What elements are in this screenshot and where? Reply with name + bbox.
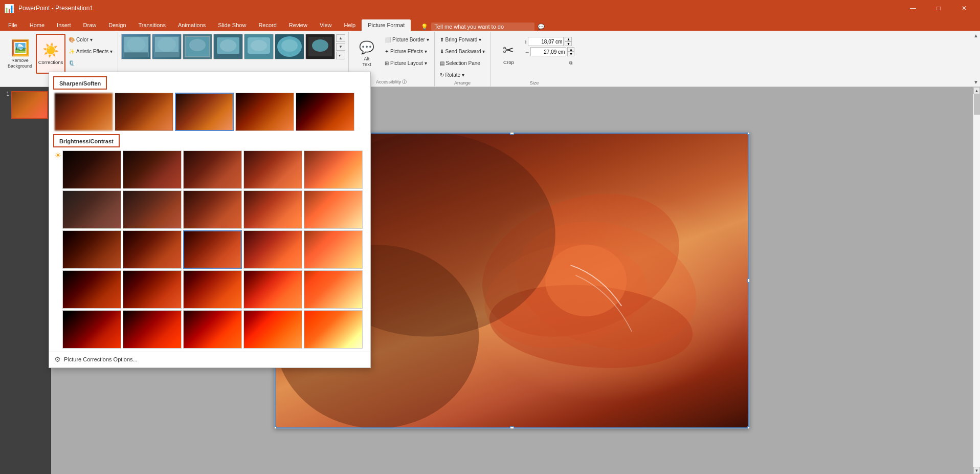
- tab-transitions[interactable]: Transitions: [132, 19, 172, 31]
- height-spin-down[interactable]: ▼: [565, 41, 572, 46]
- ribbon-expand-btn[interactable]: ▼: [973, 79, 978, 85]
- slide-number: 1: [2, 91, 9, 97]
- artistic-effects-button[interactable]: ✨ Artistic Effects ▾: [66, 46, 115, 57]
- tab-review[interactable]: Review: [283, 19, 314, 31]
- picture-border-button[interactable]: ⬜ Picture Border ▾: [383, 34, 431, 45]
- sharpen-soften-3[interactable]: [175, 93, 234, 131]
- compress-pictures-button[interactable]: 🗜️: [66, 57, 115, 69]
- minimize-button[interactable]: —: [901, 0, 925, 16]
- bc-4-1[interactable]: [62, 270, 121, 309]
- notifications-icon[interactable]: 💬: [538, 24, 545, 30]
- size-launcher[interactable]: ⧉: [524, 57, 574, 69]
- handle-bc[interactable]: [510, 426, 514, 429]
- scroll-track: [973, 94, 980, 467]
- handle-tr[interactable]: [747, 132, 750, 135]
- bc-4-2[interactable]: [123, 270, 182, 309]
- bc-3-3[interactable]: [183, 230, 242, 269]
- picture-layout-button[interactable]: ⊞ Picture Layout ▾: [383, 57, 431, 69]
- bc-2-3[interactable]: [183, 190, 242, 229]
- picture-style-2[interactable]: [152, 34, 182, 59]
- tab-record[interactable]: Record: [252, 19, 282, 31]
- bc-1-2[interactable]: [123, 150, 182, 189]
- bc-2-1[interactable]: [62, 190, 121, 229]
- remove-background-button[interactable]: 🖼️ RemoveBackground: [5, 34, 35, 74]
- selection-pane-button[interactable]: ▤ Selection Pane: [438, 57, 487, 69]
- bc-5-3[interactable]: [183, 310, 242, 349]
- tab-view[interactable]: View: [314, 19, 338, 31]
- brightness-contrast-title: Brightness/Contrast: [53, 134, 120, 147]
- picture-style-6[interactable]: [275, 34, 304, 59]
- width-spin-up[interactable]: ▲: [567, 47, 574, 52]
- bc-4-5[interactable]: [304, 270, 363, 309]
- height-input[interactable]: [528, 37, 564, 46]
- tab-animations[interactable]: Animations: [172, 19, 212, 31]
- bc-2-4[interactable]: [243, 190, 302, 229]
- height-spin-up[interactable]: ▲: [565, 37, 572, 41]
- gallery-scroll-up[interactable]: ▲: [336, 34, 345, 42]
- ribbon-collapse: ▲ ▼: [972, 31, 980, 87]
- bc-2-5[interactable]: [304, 190, 363, 229]
- bc-3-5[interactable]: [304, 230, 363, 269]
- bc-4-4[interactable]: [243, 270, 302, 309]
- ribbon-tab-bar: File Home Insert Draw Design Transitions…: [0, 16, 980, 31]
- corrections-options-link[interactable]: Picture Corrections Options...: [64, 356, 138, 362]
- corrections-button[interactable]: ☀️ Corrections: [36, 34, 65, 74]
- slide-thumbnail[interactable]: [11, 91, 48, 119]
- maximize-button[interactable]: □: [927, 0, 950, 16]
- picture-style-4[interactable]: [213, 34, 243, 59]
- ribbon-collapse-btn[interactable]: ▲: [973, 33, 978, 38]
- picture-style-5[interactable]: [244, 34, 274, 59]
- width-input[interactable]: [530, 47, 566, 56]
- bc-5-5[interactable]: [304, 310, 363, 349]
- sharpen-soften-2[interactable]: [115, 93, 173, 131]
- picture-style-1[interactable]: [121, 34, 151, 59]
- bc-2-2[interactable]: [123, 190, 182, 229]
- handle-br[interactable]: [747, 426, 750, 429]
- slide-thumbnail-container: 1: [2, 91, 49, 119]
- bc-5-1[interactable]: [62, 310, 121, 349]
- width-spin-down[interactable]: ▼: [567, 52, 574, 56]
- sharpen-soften-1[interactable]: [54, 93, 113, 131]
- rotate-button[interactable]: ↻ Rotate ▾: [438, 69, 487, 80]
- scroll-up-arrow[interactable]: ▲: [973, 87, 980, 94]
- bc-3-2[interactable]: [123, 230, 182, 269]
- gallery-expand[interactable]: ▾: [336, 52, 345, 59]
- crop-button[interactable]: ✂ Crop: [494, 34, 523, 74]
- tab-design[interactable]: Design: [102, 19, 132, 31]
- tab-home[interactable]: Home: [24, 19, 51, 31]
- bc-3-1[interactable]: [62, 230, 121, 269]
- alt-text-button[interactable]: 💬 AltText: [352, 34, 382, 74]
- bc-1-4[interactable]: [243, 150, 302, 189]
- color-icon: 🎨: [69, 37, 75, 42]
- bc-1-1[interactable]: [62, 150, 121, 189]
- title-bar-controls: — □ ✕: [901, 0, 976, 16]
- bc-5-2[interactable]: [123, 310, 182, 349]
- search-box[interactable]: Tell me what you want to do: [431, 23, 534, 31]
- tab-help[interactable]: Help: [338, 19, 362, 31]
- handle-tc[interactable]: [510, 132, 514, 135]
- sharpen-soften-5[interactable]: [296, 93, 354, 131]
- send-backward-button[interactable]: ⬇ Send Backward ▾: [438, 46, 487, 57]
- gallery-scroll-down[interactable]: ▼: [336, 43, 345, 51]
- bc-3-4[interactable]: [243, 230, 302, 269]
- close-button[interactable]: ✕: [952, 0, 976, 16]
- tab-insert[interactable]: Insert: [51, 19, 77, 31]
- bc-1-5[interactable]: [304, 150, 363, 189]
- picture-style-7[interactable]: [305, 34, 335, 59]
- bc-1-3[interactable]: [183, 150, 242, 189]
- tab-file[interactable]: File: [2, 19, 24, 31]
- tab-picture-format[interactable]: Picture Format: [362, 19, 411, 31]
- bc-4-3[interactable]: [183, 270, 242, 309]
- handle-bl[interactable]: [274, 426, 277, 429]
- color-button[interactable]: 🎨 Color ▾: [66, 34, 115, 45]
- bring-forward-button[interactable]: ⬆ Bring Forward ▾: [438, 34, 487, 45]
- sharpen-soften-4[interactable]: [235, 93, 294, 131]
- tab-slide-show[interactable]: Slide Show: [212, 19, 252, 31]
- scroll-thumb[interactable]: [974, 94, 980, 115]
- tab-draw[interactable]: Draw: [77, 19, 103, 31]
- scroll-down-arrow[interactable]: ▼: [973, 467, 980, 474]
- picture-effects-button[interactable]: ✦ Picture Effects ▾: [383, 46, 431, 57]
- picture-style-3[interactable]: [183, 34, 212, 59]
- bc-5-4[interactable]: [243, 310, 302, 349]
- handle-rc[interactable]: [747, 278, 750, 283]
